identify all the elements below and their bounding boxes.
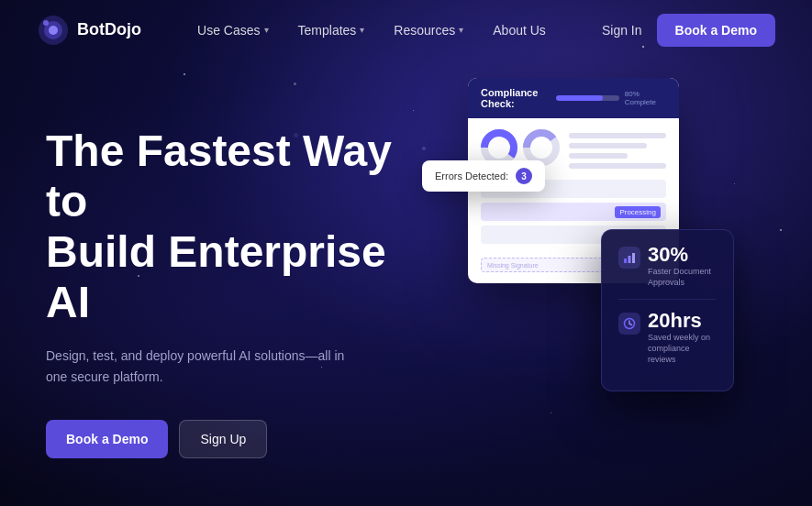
doc-line (569, 153, 628, 159)
stat-2-text: 20hrs Saved weekly on compliance reviews (648, 311, 717, 365)
doc-progress-fill (556, 95, 604, 101)
navbar: BotDojo Use Cases ▾ Templates ▾ Resource… (0, 0, 812, 60)
doc-lines (569, 129, 666, 169)
errors-label: Errors Detected: (435, 170, 508, 182)
doc-line (569, 133, 666, 138)
hero-title: The Fastest Way to Build Enterprise AI (46, 126, 431, 328)
chevron-down-icon: ▾ (360, 25, 364, 35)
progress-label: 80% Complete (625, 90, 666, 106)
hero-text-block: The Fastest Way to Build Enterprise AI D… (46, 107, 431, 459)
sig-placeholder: Missing Signature (487, 262, 539, 269)
nav-about-us[interactable]: About Us (493, 23, 546, 38)
stat-2-value: 20hrs (648, 311, 717, 331)
logo[interactable]: BotDojo (37, 14, 141, 47)
nav-actions: Sign In Book a Demo (602, 14, 775, 47)
svg-rect-10 (632, 253, 635, 263)
svg-line-13 (629, 324, 632, 325)
nav-resources[interactable]: Resources ▾ (394, 23, 463, 38)
stats-card: 30% Faster Document Approvals 20hrs Save… (601, 229, 734, 391)
hero-sign-up-button[interactable]: Sign Up (179, 420, 267, 458)
doc-card-header: Compliance Check: 80% Complete (468, 78, 679, 118)
doc-header-title: Compliance Check: (481, 87, 556, 109)
stat-2-label: Saved weekly on compliance reviews (648, 333, 717, 365)
hero-cta-buttons: Book a Demo Sign Up (46, 420, 431, 458)
errors-detected-popup: Errors Detected: 3 (422, 160, 545, 192)
nav-use-cases[interactable]: Use Cases ▾ (197, 23, 268, 38)
stat-icon-1 (618, 247, 640, 269)
stat-row-2: 20hrs Saved weekly on compliance reviews (618, 311, 717, 365)
stat-1-text: 30% Faster Document Approvals (648, 245, 717, 288)
hero-section: The Fastest Way to Build Enterprise AI D… (0, 60, 812, 506)
hero-subtitle: Design, test, and deploy powerful AI sol… (46, 346, 358, 387)
errors-count-badge: 3 (516, 168, 532, 184)
doc-processing-tag: Processing (615, 206, 661, 218)
chevron-down-icon: ▾ (264, 25, 269, 35)
doc-row-highlight: Processing (481, 203, 666, 221)
hero-visual: Compliance Check: 80% Complete (431, 60, 766, 506)
doc-line (569, 143, 647, 148)
stat-icon-2 (618, 313, 640, 335)
stat-1-label: Faster Document Approvals (648, 267, 717, 288)
svg-rect-8 (624, 258, 627, 263)
logo-text: BotDojo (77, 20, 141, 39)
doc-line (569, 163, 666, 169)
nav-links: Use Cases ▾ Templates ▾ Resources ▾ Abou… (197, 23, 546, 38)
svg-point-2 (49, 26, 58, 35)
hero-book-demo-button[interactable]: Book a Demo (46, 420, 168, 458)
stat-1-value: 30% (648, 245, 717, 265)
book-demo-nav-button[interactable]: Book a Demo (657, 14, 775, 47)
doc-progress-bar (556, 95, 619, 101)
nav-templates[interactable]: Templates ▾ (298, 23, 365, 38)
chart-icon (623, 251, 636, 264)
stat-divider (618, 299, 717, 300)
logo-icon (37, 14, 70, 47)
stat-row-1: 30% Faster Document Approvals (618, 245, 717, 288)
svg-point-3 (43, 20, 49, 26)
svg-rect-9 (628, 256, 631, 263)
clock-icon (623, 317, 636, 330)
sign-in-button[interactable]: Sign In (602, 23, 642, 38)
chevron-down-icon: ▾ (459, 25, 463, 35)
